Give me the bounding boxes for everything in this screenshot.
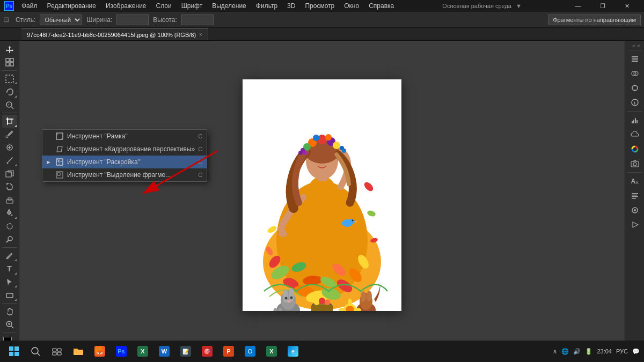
tray-sound-icon[interactable]: 🔊 — [573, 348, 581, 355]
file-explorer-button[interactable] — [69, 343, 88, 360]
actions-icon[interactable] — [627, 218, 642, 232]
maximize-button[interactable]: ❐ — [590, 0, 615, 12]
layers-icon[interactable] — [627, 52, 642, 66]
ctx-item-select-slice[interactable]: Инструмент "Выделение фрагме... C — [42, 168, 207, 181]
menu-edit[interactable]: Редактирование — [43, 1, 100, 11]
move-tool[interactable] — [2, 43, 17, 55]
brush-tool[interactable] — [2, 154, 17, 167]
tool-flyout-arrow — [14, 299, 17, 301]
path-select-tool[interactable] — [2, 276, 17, 288]
excel-button[interactable]: X — [133, 343, 152, 360]
menu-select[interactable]: Выделение — [208, 1, 251, 11]
search-taskbar-button[interactable] — [26, 343, 45, 360]
svg-rect-134 — [9, 352, 13, 356]
zoom-tool[interactable] — [2, 318, 17, 330]
eraser-tool[interactable] — [2, 194, 17, 206]
document-tab[interactable]: 97cc48f7-dea2-11e9-bb8c-00259064415f.jpe… — [21, 28, 208, 40]
svg-rect-133 — [14, 346, 19, 351]
ctx-item-perspective[interactable]: Инструмент «Кадрирование перспективы» C — [42, 143, 207, 156]
width-input[interactable] — [116, 14, 149, 25]
history-brush-tool[interactable] — [2, 181, 17, 193]
excel2-button[interactable]: X — [262, 343, 281, 360]
svg-point-130 — [634, 209, 636, 211]
svg-marker-131 — [633, 222, 638, 227]
svg-rect-125 — [632, 193, 638, 194]
fragment-by-guides-button[interactable]: Фрагменты по направляющим — [548, 14, 641, 25]
properties-icon[interactable] — [627, 203, 642, 217]
close-button[interactable]: ✕ — [615, 0, 640, 12]
adjustments-icon[interactable] — [627, 81, 642, 95]
svg-rect-118 — [632, 121, 633, 123]
photoshop-taskbar-button[interactable]: Ps — [112, 343, 131, 360]
paint-bucket-tool[interactable] — [2, 207, 17, 219]
edge-button[interactable]: e — [283, 343, 303, 360]
powerpoint-button[interactable]: P — [219, 343, 238, 360]
collapse-panel-button[interactable]: ◄◄ — [631, 43, 639, 48]
menu-view[interactable]: Просмотр — [301, 1, 339, 11]
menu-bar: Файл Редактирование Изображение Слои Шри… — [17, 1, 398, 11]
illustration-svg — [243, 79, 401, 311]
svg-point-95 — [314, 300, 319, 305]
dodge-tool[interactable] — [2, 233, 17, 246]
info-icon[interactable]: i — [627, 95, 642, 109]
channels-icon[interactable] — [627, 67, 642, 80]
color-icon[interactable] — [627, 142, 642, 156]
quick-select-tool[interactable]: + — [2, 99, 17, 111]
crop-tool[interactable] — [2, 115, 17, 127]
ctx-shortcut-slice: C — [198, 159, 202, 165]
clone-tool[interactable] — [2, 167, 17, 180]
menu-3d[interactable]: 3D — [283, 1, 299, 11]
pen-tool[interactable] — [2, 249, 17, 262]
task-view-button[interactable] — [47, 343, 67, 360]
text-tool[interactable]: T — [2, 262, 17, 275]
minimize-button[interactable]: — — [566, 0, 590, 12]
style-select[interactable]: Обычный — [40, 14, 82, 25]
paragraph-icon[interactable] — [627, 189, 642, 203]
shape-tool[interactable] — [2, 289, 17, 301]
menu-layers[interactable]: Слои — [152, 1, 176, 11]
file-explorer-icon — [73, 346, 84, 356]
blur-tool[interactable] — [2, 220, 17, 232]
camera-icon[interactable] — [627, 157, 642, 171]
tool-preset-icon[interactable]: ⊡ — [3, 16, 9, 24]
toolbar-separator-1 — [2, 70, 17, 71]
cloud-icon[interactable] — [627, 128, 642, 142]
character-icon[interactable]: A A — [627, 174, 642, 188]
firefox-button[interactable]: 🦊 — [90, 343, 109, 360]
tray-up-icon[interactable]: ∧ — [553, 348, 557, 355]
workspace-arrow-icon[interactable]: ▼ — [516, 3, 522, 9]
menu-file[interactable]: Файл — [17, 1, 42, 11]
system-clock[interactable]: 23:04 — [597, 348, 612, 354]
start-button[interactable] — [4, 343, 24, 360]
ctx-item-frame[interactable]: Инструмент "Рамка" C — [42, 130, 207, 143]
height-input[interactable] — [181, 14, 214, 25]
titlebar-left: Ps Файл Редактирование Изображение Слои … — [4, 1, 398, 11]
lasso-tool[interactable] — [2, 85, 17, 98]
svg-point-16 — [6, 162, 8, 164]
menu-font[interactable]: Шрифт — [177, 1, 207, 11]
outlook-button[interactable]: O — [240, 343, 260, 360]
tool-flyout-arrow — [14, 125, 17, 127]
menu-help[interactable]: Справка — [364, 1, 398, 11]
menu-window[interactable]: Окно — [340, 1, 363, 11]
language-indicator[interactable]: РУС — [616, 348, 628, 354]
heal-tool[interactable] — [2, 141, 17, 153]
ctx-label-frame: Инструмент "Рамка" — [67, 132, 195, 140]
tab-close-button[interactable]: × — [199, 32, 202, 38]
histogram-icon[interactable] — [627, 113, 642, 127]
title-bar: Ps Файл Редактирование Изображение Слои … — [0, 0, 644, 12]
marquee-tool[interactable] — [2, 72, 17, 85]
notepad-button[interactable]: 📝 — [176, 343, 195, 360]
menu-filter[interactable]: Фильтр — [252, 1, 282, 11]
taskbar-right: ∧ 🌐 🔊 🔋 23:04 РУС 💬 — [553, 348, 640, 355]
menu-image[interactable]: Изображение — [101, 1, 151, 11]
app5-button[interactable]: 🎯 — [197, 343, 217, 360]
eyedropper-tool[interactable] — [2, 128, 17, 141]
hand-tool[interactable] — [2, 305, 17, 317]
tray-network-icon[interactable]: 🌐 — [561, 348, 569, 355]
tray-battery-icon[interactable]: 🔋 — [585, 348, 592, 355]
word-button[interactable]: W — [155, 343, 174, 360]
ctx-item-slice[interactable]: ► Инструмент "Раскройка" C — [42, 156, 207, 168]
notification-icon[interactable]: 💬 — [632, 348, 640, 355]
artboard-tool[interactable] — [2, 56, 17, 68]
